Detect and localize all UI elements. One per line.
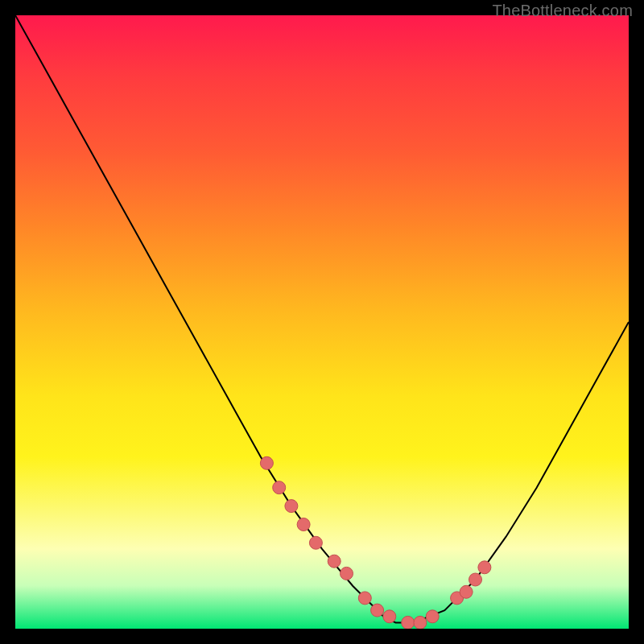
curve-marker [309, 536, 322, 549]
curve-marker [426, 610, 439, 623]
curve-marker [260, 456, 273, 469]
curve-marker [297, 518, 310, 531]
curve-marker [478, 561, 491, 574]
curve-marker [328, 555, 341, 568]
chart-svg [15, 15, 629, 629]
curve-marker [285, 500, 298, 513]
curve-marker-group [260, 456, 491, 629]
curve-marker [460, 585, 473, 598]
curve-marker [273, 481, 286, 494]
curve-marker [371, 604, 384, 617]
curve-marker [469, 573, 482, 586]
curve-marker [358, 592, 371, 605]
curve-marker [383, 610, 396, 623]
curve-marker [414, 616, 427, 629]
curve-marker [402, 616, 415, 629]
curve-marker [341, 567, 353, 580]
bottleneck-curve [15, 15, 629, 622]
watermark-text: TheBottleneck.com [492, 2, 633, 20]
